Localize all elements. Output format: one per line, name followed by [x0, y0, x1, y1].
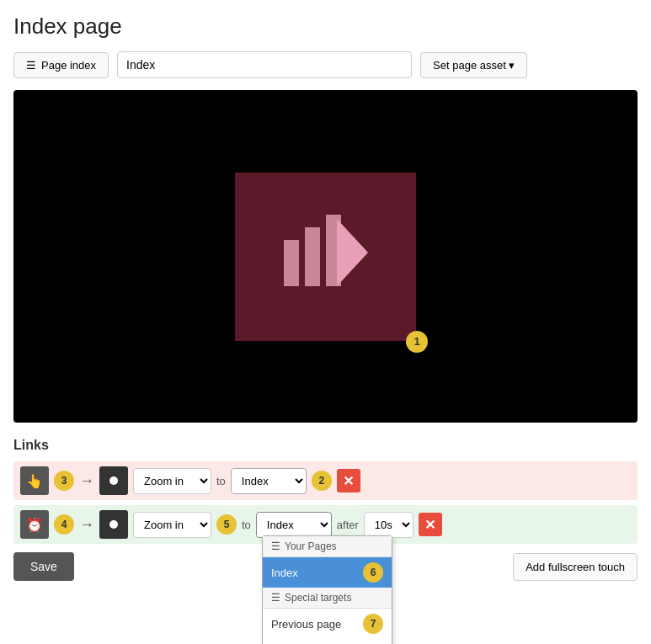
save-button[interactable]: Save	[13, 552, 74, 581]
dot-inner-2	[109, 520, 118, 529]
page-select-1[interactable]: Index	[231, 468, 307, 494]
to-label-2: to	[242, 519, 251, 531]
page-name-input[interactable]	[117, 51, 412, 78]
toolbar: ☰ Page index Set page asset ▾	[13, 51, 638, 78]
action-select-1[interactable]: Zoom in Zoom out Pan	[133, 468, 211, 494]
dropdown-item-index[interactable]: Index 6	[263, 557, 392, 588]
link-row-2: ⏰ 4 → Zoom in Zoom out Pan 5 to Index af…	[13, 505, 638, 544]
clock-icon-box: ⏰	[20, 510, 49, 539]
dot-icon-box-1	[99, 466, 128, 495]
links-section: Links 👆 3 → Zoom in Zoom out Pan to Inde…	[13, 438, 638, 581]
clock-icon: ⏰	[26, 517, 43, 533]
badge-3: 3	[54, 471, 74, 491]
delay-select[interactable]: 5s 10s 15s 20s	[364, 512, 414, 538]
badge-2: 2	[312, 471, 332, 491]
badge-6: 6	[363, 562, 383, 583]
hand-icon-1: 👆	[26, 473, 43, 489]
dropdown-item-create-new[interactable]: Create new page.. 8	[263, 639, 392, 644]
after-label: after	[337, 519, 359, 531]
badge-4: 4	[54, 514, 74, 535]
link-row-1: 👆 3 → Zoom in Zoom out Pan to Index 2 ✕	[13, 461, 638, 500]
play-icon	[280, 206, 372, 307]
list-icon-dropdown: ☰	[271, 540, 280, 552]
page-index-label: Page index	[41, 59, 96, 72]
dropdown-item-prev-page[interactable]: Previous page 7	[263, 609, 392, 639]
set-page-asset-button[interactable]: Set page asset ▾	[420, 52, 527, 78]
dropdown-group-special: ☰ Special targets	[263, 588, 392, 609]
dot-icon-box-2	[99, 510, 128, 539]
to-label-1: to	[216, 475, 226, 487]
svg-marker-3	[337, 219, 368, 286]
preview-area: 1	[13, 90, 638, 423]
arrow-icon-2: →	[79, 516, 94, 534]
dropdown-group-your-pages: ☰ Your Pages	[263, 536, 392, 557]
remove-button-1[interactable]: ✕	[337, 469, 360, 492]
page-dropdown-menu: ☰ Your Pages Index 6 ☰ Special targets P…	[262, 535, 392, 644]
svg-rect-0	[284, 240, 299, 286]
your-pages-label: Your Pages	[285, 540, 337, 552]
svg-rect-1	[305, 227, 320, 286]
dropdown-item-index-label: Index	[271, 567, 298, 579]
special-targets-label: Special targets	[285, 592, 351, 604]
add-fullscreen-button[interactable]: Add fullscreen touch	[513, 553, 638, 581]
arrow-icon-1: →	[79, 472, 94, 490]
set-page-asset-label: Set page asset ▾	[433, 59, 515, 72]
asset-thumbnail: 1	[235, 173, 416, 341]
touch-icon-box-1: 👆	[20, 466, 49, 495]
action-select-2[interactable]: Zoom in Zoom out Pan	[133, 512, 211, 538]
dot-inner-1	[109, 476, 118, 485]
links-heading: Links	[13, 438, 638, 453]
list-icon: ☰	[26, 59, 36, 72]
page-index-button[interactable]: ☰ Page index	[13, 52, 109, 78]
page-title: Index page	[13, 13, 638, 40]
prev-page-label: Previous page	[271, 618, 341, 631]
remove-button-2[interactable]: ✕	[419, 513, 442, 536]
badge-1: 1	[406, 331, 428, 353]
badge-7: 7	[363, 614, 383, 634]
badge-5: 5	[216, 514, 237, 535]
page-select-2[interactable]: Index	[256, 512, 332, 538]
list-icon-special: ☰	[271, 592, 280, 604]
